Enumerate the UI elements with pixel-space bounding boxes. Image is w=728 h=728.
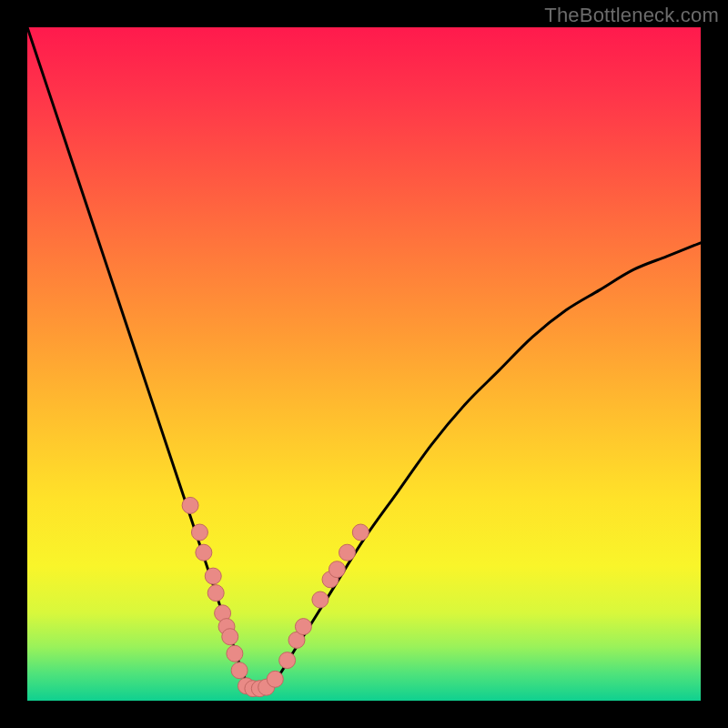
curve-dot [312,592,329,608]
curve-dot [352,524,369,541]
chart-svg [27,27,701,701]
curve-dot [207,585,224,602]
curve-dot [222,629,238,645]
curve-dot [231,662,248,679]
chart-frame: TheBottleneck.com [0,0,728,728]
curve-dot [205,568,221,584]
curve-dots [182,497,369,696]
curve-dot [196,544,212,561]
curve-dot [267,671,283,687]
watermark-text: TheBottleneck.com [544,4,719,27]
curve-dot [279,652,296,669]
curve-dot [329,561,345,578]
plot-area [27,27,701,701]
curve-dot [295,619,311,635]
curve-dot [182,497,198,513]
curve-dot [227,645,243,662]
curve-dot [339,544,356,561]
curve-dot [191,524,207,541]
bottleneck-curve [27,27,701,693]
